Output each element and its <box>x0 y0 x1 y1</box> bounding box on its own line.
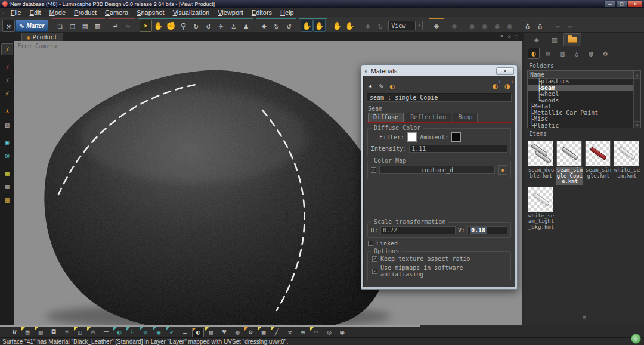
location-pin-icon[interactable]: ⚐ <box>126 328 138 337</box>
globe-a-icon[interactable]: ♁ <box>521 20 534 32</box>
texture-category-icon[interactable]: ▧ <box>556 48 568 59</box>
menu-snapshot[interactable]: Snapshot <box>132 8 169 17</box>
paint-hand-b-icon[interactable]: ✋ <box>313 20 326 32</box>
globe-b-icon[interactable]: ♁ <box>534 20 546 32</box>
flash-star-icon[interactable]: ⚡ <box>1 88 13 100</box>
tree-item-metal[interactable]: ┝Metal <box>528 104 640 110</box>
duplicate-material-icon[interactable]: ◑+ <box>505 81 510 91</box>
eye-tracking-icon[interactable]: ◉ <box>1 136 13 148</box>
snapshot-image-icon[interactable]: ▤ <box>21 328 33 337</box>
menu-viewport[interactable]: Viewport <box>213 8 247 17</box>
flash-icon[interactable]: ⚡ <box>1 74 13 86</box>
texture-sphere-icon[interactable]: ▧ <box>205 328 217 337</box>
sphere-teal-icon[interactable]: ◐ <box>113 328 125 337</box>
menu-help[interactable]: Help <box>276 8 298 17</box>
close-button[interactable]: ✕ <box>628 1 643 7</box>
items-view-toggle[interactable]: ∷ <box>524 310 644 325</box>
brush-a-icon[interactable]: ✏ <box>552 20 564 32</box>
open-folder-icon[interactable]: ❒ <box>66 20 79 32</box>
clapperboard-icon[interactable]: ◫ <box>74 328 86 337</box>
save-all-icon[interactable]: ▥ <box>91 20 104 32</box>
translate-disabled-icon[interactable]: ✥ <box>361 20 374 32</box>
sun-light-icon[interactable]: ☀ <box>1 105 13 117</box>
maximize-button[interactable]: ▢ <box>616 1 627 7</box>
v-scale-field[interactable]: 0.18 <box>467 226 507 234</box>
item-white-seam-light-bkg[interactable]: white_seam_light_bkg.kmt <box>528 187 555 231</box>
environment-category-icon[interactable]: ♁ <box>571 48 583 59</box>
tree-item-plastics[interactable]: ┝plastics <box>528 79 640 85</box>
material-editor-icon[interactable]: ◐ <box>192 328 204 337</box>
tree-scroll-down-icon[interactable]: ▼ <box>634 121 640 128</box>
menu-visualization[interactable]: Visualization <box>169 8 214 17</box>
tab-diamond-icon[interactable]: ◈ <box>528 33 546 46</box>
ambient-color-swatch[interactable] <box>451 132 461 142</box>
tab-product[interactable]: ◉ Product <box>21 33 63 41</box>
link-view-icon[interactable]: ⚭ <box>500 33 504 39</box>
ruler-icon[interactable]: ╱ <box>271 328 283 337</box>
render-icon[interactable]: R <box>8 328 20 337</box>
eye-2-icon[interactable]: ◉ <box>478 20 491 32</box>
close-view-icon[interactable]: ✕ <box>508 33 511 39</box>
menu-product[interactable]: Product <box>70 8 101 17</box>
settings-gear-icon[interactable]: ⚙ <box>599 48 611 59</box>
image-layer-b-icon[interactable]: ▦ <box>1 181 13 192</box>
camera-lens-icon[interactable]: ◎ <box>323 328 335 337</box>
tab-diffuse[interactable]: Diffuse <box>368 113 404 122</box>
preferences-wrench-icon[interactable]: ⚒ <box>2 20 15 32</box>
undo-icon[interactable]: ↩ <box>109 20 122 32</box>
camera-lens-2-icon[interactable]: ◉ <box>336 328 348 337</box>
system-menu-icon[interactable]: ▪ <box>0 10 7 15</box>
tree-item-plastic[interactable]: ┕Plastic <box>528 123 640 129</box>
minimize-button[interactable]: — <box>604 1 615 7</box>
pick-material-icon[interactable]: ➤ <box>366 82 376 89</box>
list-icon[interactable]: ≡ <box>179 328 191 337</box>
orbit-hand-icon[interactable]: ✊ <box>165 20 177 32</box>
tab-bump[interactable]: Bump <box>453 113 478 122</box>
keep-aspect-checkbox[interactable]: ✓ <box>372 256 377 262</box>
flash-edit-icon[interactable]: ⚡ <box>1 61 13 73</box>
item-seam-single[interactable]: seam_single.kmt <box>585 141 612 185</box>
item-seam-double[interactable]: seam_double.kmt <box>528 141 555 185</box>
tree-header-name[interactable]: Name <box>528 72 633 78</box>
zoom-magnifier-icon[interactable]: ⚲ <box>177 20 190 32</box>
pan-hand-icon[interactable]: ✋ <box>152 20 165 32</box>
render-power-icon[interactable]: ⚡ <box>1 43 13 55</box>
shader-sphere-icon[interactable]: ◍ <box>231 328 243 337</box>
rotate-disabled-icon[interactable]: ↻ <box>374 20 386 32</box>
translate-icon[interactable]: ✥ <box>258 20 270 32</box>
focus-target-icon[interactable]: ◎ <box>1 150 13 161</box>
avatar-mode-icon[interactable]: ♟ <box>240 20 252 32</box>
image-layer-c-icon[interactable]: ▦ <box>1 194 13 206</box>
glasses-icon[interactable]: ∞ <box>297 328 309 337</box>
u-scale-field[interactable]: 0.22 <box>380 226 456 234</box>
light-bulb-icon[interactable]: ❂ <box>140 328 151 337</box>
joystick-icon[interactable]: ✇ <box>87 328 99 337</box>
new-material-icon[interactable]: ◐+ <box>493 81 497 91</box>
snapshot-settings-icon[interactable]: ▥ <box>35 328 47 337</box>
knife-icon[interactable]: ✂ <box>310 328 322 337</box>
save-icon[interactable]: ▤ <box>79 20 91 32</box>
rotate-ccw-icon[interactable]: ↺ <box>283 20 295 32</box>
fly-mode-icon[interactable]: ✈ <box>215 20 227 32</box>
intensity-field[interactable]: 1.11 <box>409 145 507 153</box>
eye-4-icon[interactable]: ◉ <box>503 20 516 32</box>
filmstrip-icon[interactable]: ▩ <box>258 328 270 337</box>
matter-button[interactable]: ∿ Matter <box>15 20 48 32</box>
tree-item-wheel[interactable]: ┝wheel <box>528 91 640 98</box>
view-dropdown[interactable]: View ▾ <box>388 21 423 30</box>
delete-map-icon[interactable]: ⚱ <box>498 165 507 175</box>
item-seam-single-copie[interactable]: seam_single Copie.kmt <box>556 141 583 185</box>
color-map-combo[interactable]: couture_d <box>379 166 495 174</box>
shader-category-icon[interactable]: ◍ <box>585 48 597 59</box>
gear-icon[interactable]: ⚙ <box>244 328 256 337</box>
check-teal-icon[interactable]: ✔ <box>166 328 178 337</box>
tree-item-misc[interactable]: ┝Misc <box>528 116 640 123</box>
pipe-wrench-icon[interactable]: ⚒ <box>284 328 296 337</box>
heart-icon[interactable]: ♥ <box>218 328 230 337</box>
color-map-checkbox[interactable]: ✓ <box>371 167 376 173</box>
menu-file[interactable]: File <box>7 8 26 17</box>
menu-mode[interactable]: Mode <box>45 8 70 17</box>
item-white-seam[interactable]: white_seam.kmt <box>614 141 640 185</box>
eye-3-icon[interactable]: ◉ <box>491 20 503 32</box>
video-camera-icon[interactable]: ◘ <box>48 328 60 337</box>
